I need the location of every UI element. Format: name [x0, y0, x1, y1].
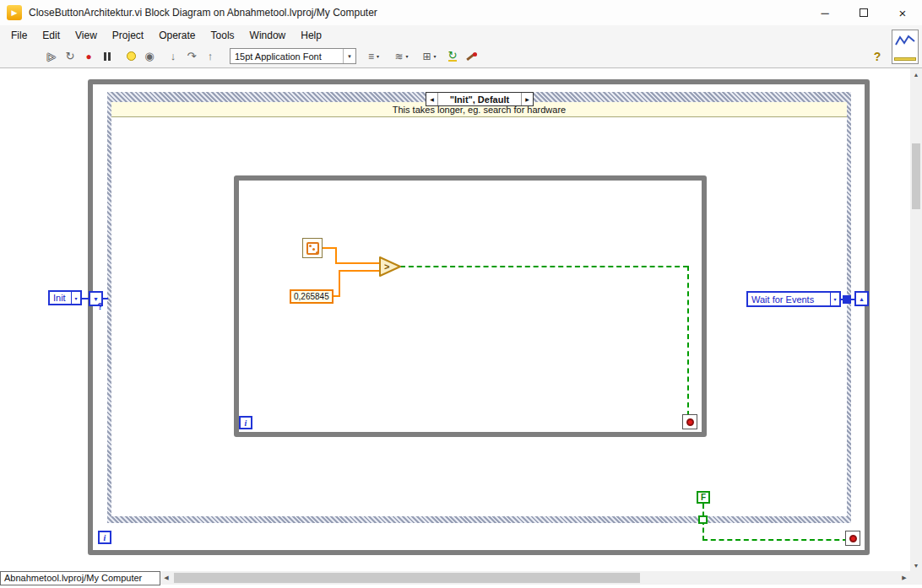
case-selector-text: "Init", Default	[438, 93, 521, 105]
reorder-dropdown[interactable]: ⊞ ▾	[415, 47, 443, 65]
vi-icon-band	[894, 57, 916, 61]
false-constant[interactable]: F	[697, 491, 710, 504]
highlight-execution-button[interactable]	[122, 47, 140, 65]
retain-wire-values-icon: ◉	[144, 50, 154, 62]
comparison-wire-h[interactable]	[400, 266, 688, 267]
chevron-down-icon: ▾	[377, 53, 379, 59]
menu-item-operate[interactable]: Operate	[151, 27, 203, 44]
font-selector[interactable]: 15pt Application Font ▼	[230, 48, 356, 64]
constant-wire-v[interactable]	[339, 270, 340, 297]
inner-while-loop[interactable]	[234, 175, 707, 437]
brush-icon	[465, 51, 477, 62]
vertical-scrollbar-thumb[interactable]	[912, 143, 920, 209]
scroll-right-icon[interactable]: ▶	[898, 571, 910, 585]
reorder-icon: ⊞	[422, 51, 431, 62]
menu-item-window[interactable]: Window	[242, 27, 294, 44]
chevron-down-icon: ▼	[343, 49, 355, 63]
right-shift-register[interactable]: ▲	[854, 291, 869, 306]
retain-wire-values-button[interactable]: ◉	[140, 47, 159, 65]
constant-wire-h2[interactable]	[339, 270, 382, 272]
dice-icon	[306, 242, 319, 255]
wait-enum-constant[interactable]: Wait for Events ▾	[746, 291, 841, 307]
labview-logo-icon: ▶	[7, 5, 22, 20]
vi-icon-thumbnail[interactable]	[892, 30, 919, 64]
title-bar[interactable]: ▶ CloseButtonArchitektur.vi Block Diagra…	[0, 0, 922, 25]
menu-item-edit[interactable]: Edit	[35, 27, 68, 44]
horizontal-scrollbar-thumb[interactable]	[174, 573, 640, 583]
scroll-down-icon[interactable]: ▼	[910, 559, 922, 571]
cleanup-diagram-button[interactable]	[462, 47, 480, 65]
run-continuous-icon: ↻	[66, 50, 75, 62]
previous-case-icon[interactable]: ◀	[426, 93, 438, 105]
inner-iteration-terminal[interactable]: i	[239, 416, 252, 429]
chevron-down-icon: ▾	[830, 293, 839, 305]
outer-loop-condition-terminal[interactable]	[845, 531, 860, 546]
scroll-up-icon[interactable]: ▲	[910, 68, 922, 80]
step-over-button[interactable]: ↷	[182, 47, 201, 65]
window-title: CloseButtonArchitektur.vi Block Diagram …	[29, 0, 377, 25]
run-button[interactable]: ▷	[42, 47, 61, 65]
random-number-node[interactable]	[302, 238, 323, 258]
greater-node[interactable]: >	[379, 256, 401, 278]
menu-item-view[interactable]: View	[68, 27, 105, 44]
wait-enum-label: Wait for Events	[748, 294, 830, 305]
outer-iteration-terminal[interactable]: i	[98, 531, 111, 544]
menu-item-help[interactable]: Help	[293, 27, 329, 44]
chevron-down-icon: ▾	[71, 292, 80, 304]
stop-icon	[849, 535, 857, 542]
comparison-wire-v[interactable]	[687, 266, 689, 416]
random-wire-h2[interactable]	[335, 262, 382, 264]
run-icon: ▷	[47, 51, 55, 62]
align-objects-dropdown[interactable]: ≡ ▾	[360, 47, 388, 65]
random-wire-v[interactable]	[335, 247, 337, 264]
close-button[interactable]: ×	[883, 0, 922, 25]
case-bottom-tunnel[interactable]	[698, 515, 708, 524]
labview-window: ▶ CloseButtonArchitektur.vi Block Diagra…	[0, 0, 922, 588]
align-objects-icon: ≡	[368, 51, 374, 62]
stop-icon	[686, 418, 694, 426]
abort-icon: ●	[85, 51, 91, 62]
menu-item-tools[interactable]: Tools	[203, 27, 242, 44]
shift-register-up-icon: ▲	[859, 296, 865, 302]
step-into-button[interactable]: ↓	[164, 47, 182, 65]
font-selector-label: 15pt Application Font	[230, 51, 343, 62]
scrollbar-corner	[910, 571, 922, 585]
toolbar: ▷ ↻ ● ◉ ↓ ↷ ↑ 15pt Application Font ▼ ≡ …	[0, 45, 922, 68]
minimize-button[interactable]: ─	[805, 0, 844, 25]
waveform-icon	[894, 33, 916, 50]
scroll-left-icon[interactable]: ◀	[160, 571, 172, 585]
lightbulb-icon	[127, 51, 136, 61]
greater-glyph: >	[384, 262, 389, 272]
numeric-constant[interactable]: 0,265845	[290, 289, 334, 304]
context-help-button[interactable]: ?	[870, 48, 885, 65]
step-over-icon: ↷	[187, 50, 197, 62]
distribute-objects-dropdown[interactable]: ≋ ▾	[388, 47, 415, 65]
false-wire-h[interactable]	[702, 539, 848, 541]
inner-loop-condition-terminal[interactable]	[682, 414, 697, 429]
sync-icon: ↻	[448, 51, 458, 62]
menu-item-project[interactable]: Project	[105, 27, 151, 44]
init-enum-label: Init	[50, 293, 71, 303]
menu-bar: File Edit View Project Operate Tools Win…	[0, 25, 922, 45]
step-into-icon: ↓	[171, 50, 176, 62]
sync-button[interactable]: ↻	[443, 47, 462, 65]
maximize-icon	[860, 8, 868, 17]
abort-button[interactable]: ●	[79, 47, 98, 65]
step-out-button[interactable]: ↑	[201, 47, 220, 65]
pause-icon	[104, 52, 111, 61]
project-path-control[interactable]: Abnahmetool.lvproj/My Computer	[0, 571, 160, 585]
distribute-objects-icon: ≋	[394, 51, 403, 62]
run-continuous-button[interactable]: ↻	[61, 47, 79, 65]
case-selector-label[interactable]: ◀ "Init", Default ▶	[426, 92, 534, 106]
menu-item-file[interactable]: File	[3, 27, 35, 44]
init-enum-constant[interactable]: Init ▾	[48, 290, 82, 305]
chevron-down-icon: ▾	[434, 53, 437, 59]
greater-node-shape	[380, 257, 400, 276]
chevron-down-icon: ▾	[406, 53, 409, 59]
maximize-button[interactable]	[844, 0, 883, 25]
case-tunnel[interactable]	[843, 295, 851, 304]
case-selector-terminal[interactable]: ?	[95, 300, 106, 311]
next-case-icon[interactable]: ▶	[521, 93, 533, 105]
step-out-icon: ↑	[208, 50, 214, 62]
pause-button[interactable]	[98, 47, 117, 65]
